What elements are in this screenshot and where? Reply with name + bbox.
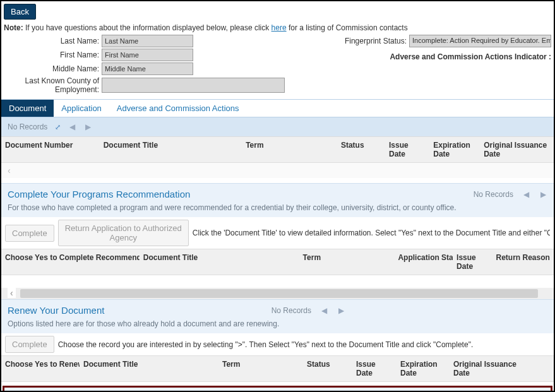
doc-subbar: No Records ⤢ ◀ ▶ xyxy=(1,117,554,136)
middle-name-label: Middle Name: xyxy=(4,64,102,73)
col-issue-3: Issue Date xyxy=(352,356,397,381)
complete-next-icon[interactable]: ▶ xyxy=(539,190,547,199)
horizontal-scrollbar[interactable]: ‹ xyxy=(1,288,554,299)
col-choose-yes-renew: Choose Yes to Renew xyxy=(1,356,80,381)
complete-hint: Click the 'Document Title' to view detai… xyxy=(193,229,550,237)
col-issue-date: Issue Date xyxy=(385,137,429,162)
col-doc-number: Document Number xyxy=(1,137,100,162)
col-app-status-2: Application Statu xyxy=(394,249,453,275)
col-choose-yes-complete: Choose Yes to Complete Recommendation xyxy=(1,249,140,275)
col-term-2: Term xyxy=(299,249,395,275)
note-text-before: If you have questions about the informat… xyxy=(23,23,272,32)
col-term: Term xyxy=(242,137,337,162)
complete-section-subtitle: For those who have completed a program a… xyxy=(1,203,554,217)
renew-hint: Choose the record you are interested in … xyxy=(58,340,474,349)
expand-icon[interactable]: ⤢ xyxy=(55,123,61,131)
fingerprint-label: Fingerprint Status: xyxy=(345,37,409,45)
renew-columns-header: Choose Yes to Renew Document Title Term … xyxy=(1,355,554,382)
last-name-field[interactable]: Last Name xyxy=(102,35,193,47)
tab-document[interactable]: Document xyxy=(1,100,54,117)
first-name-field[interactable]: First Name xyxy=(102,49,193,61)
col-doc-title-3: Document Title xyxy=(80,356,218,381)
renew-section-subtitle: Options listed here are for those who al… xyxy=(1,319,554,333)
middle-name-field[interactable]: Middle Name xyxy=(102,62,193,75)
renew-section-title: Renew Your Document xyxy=(8,305,104,316)
note-row: Note: If you have questions about the in… xyxy=(1,22,554,33)
tab-application[interactable]: Application xyxy=(54,100,109,117)
complete-section-title: Complete Your Programs Recommendation xyxy=(8,189,190,199)
complete-prev-icon[interactable]: ◀ xyxy=(522,190,530,199)
col-issue-2: Issue Date xyxy=(453,249,492,275)
note-prefix: Note: xyxy=(4,23,23,32)
doc-columns-header: Document Number Document Title Term Stat… xyxy=(1,136,554,163)
col-status-3: Status xyxy=(303,356,352,381)
prev-page-icon[interactable]: ◀ xyxy=(68,122,76,131)
renew-next-icon[interactable]: ▶ xyxy=(337,306,345,315)
renew-complete-button[interactable]: Complete xyxy=(5,336,54,353)
col-status: Status xyxy=(337,137,385,162)
complete-button[interactable]: Complete xyxy=(5,225,54,242)
complete-columns-header: Choose Yes to Complete Recommendation Do… xyxy=(1,249,554,275)
fingerprint-field[interactable]: Incomplete: Action Required by Educator.… xyxy=(409,35,551,47)
renew-prev-icon[interactable]: ◀ xyxy=(320,306,328,315)
note-text-after: for a listing of Commission contacts xyxy=(287,23,408,32)
contacts-link[interactable]: here xyxy=(272,23,287,32)
scroll-thumb[interactable] xyxy=(20,289,538,298)
back-button[interactable]: Back xyxy=(4,4,36,20)
doc-chevron-row: ‹ xyxy=(1,163,554,178)
first-name-label: First Name: xyxy=(4,50,102,59)
col-return-reason: Return Reason xyxy=(492,249,554,275)
apply-section-titlebar: Apply for a Certificate of Clearance or … xyxy=(4,388,551,392)
chevron-left-icon[interactable]: ‹ xyxy=(8,165,11,175)
col-doc-title-2: Document Title xyxy=(140,249,299,275)
renew-section-titlebar: Renew Your Document No Records ◀ ▶ xyxy=(1,299,554,321)
tab-actions[interactable]: Adverse and Commission Actions xyxy=(109,100,247,117)
no-records-renew: No Records xyxy=(272,306,311,315)
county-label: Last Known County of Employment: xyxy=(4,76,102,94)
next-page-icon[interactable]: ▶ xyxy=(84,122,92,131)
no-records-text: No Records xyxy=(8,122,47,131)
no-records-complete: No Records xyxy=(474,190,513,199)
county-field[interactable] xyxy=(102,78,285,93)
col-expiration-date: Expiration Date xyxy=(429,137,480,162)
complete-section-titlebar: Complete Your Programs Recommendation No… xyxy=(1,183,554,205)
return-app-button[interactable]: Return Application to Authorized Agency xyxy=(58,220,189,246)
col-original-issuance: Original Issuance Date xyxy=(480,137,554,162)
scroll-chevron-left-icon[interactable]: ‹ xyxy=(8,288,16,298)
col-exp-3: Expiration Date xyxy=(397,356,450,381)
apply-section-highlight: Apply for a Certificate of Clearance or … xyxy=(3,386,552,392)
col-orig-3: Original Issuance Date xyxy=(450,356,525,381)
col-doc-title: Document Title xyxy=(100,137,242,162)
last-name-label: Last Name: xyxy=(4,37,102,45)
col-term-3: Term xyxy=(218,356,303,381)
actions-indicator-label: Adverse and Commission Actions Indicator… xyxy=(390,52,551,61)
